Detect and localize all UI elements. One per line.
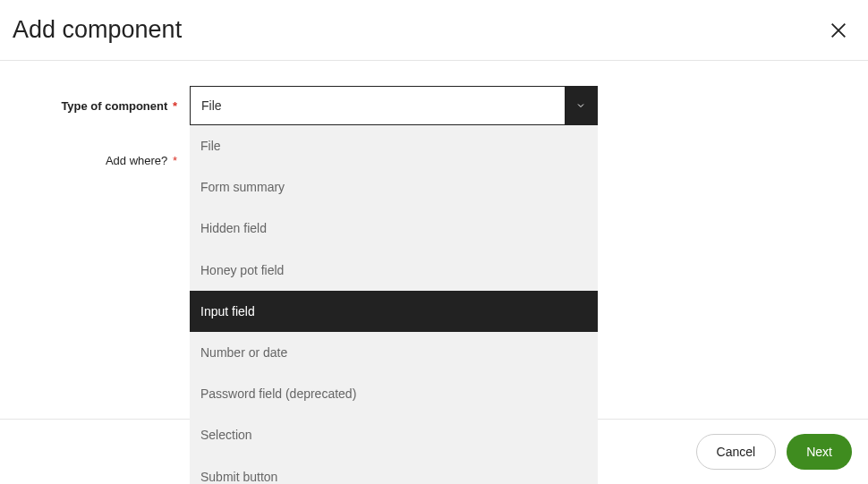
required-mark: *	[173, 154, 177, 167]
close-button[interactable]	[825, 17, 852, 44]
close-icon	[829, 21, 848, 40]
dropdown-item[interactable]: Honey pot field	[190, 250, 598, 291]
dropdown-item[interactable]: Submit button	[190, 456, 598, 485]
modal-title: Add component	[13, 16, 182, 44]
dropdown-item[interactable]: File	[190, 125, 598, 166]
cancel-button[interactable]: Cancel	[696, 434, 777, 470]
type-row: Type of component * File FileForm summar…	[18, 86, 850, 125]
dropdown-item[interactable]: Input field	[190, 291, 598, 332]
dropdown-item[interactable]: Selection	[190, 414, 598, 455]
next-button[interactable]: Next	[787, 434, 852, 470]
dropdown-item[interactable]: Hidden field	[190, 208, 598, 249]
type-dropdown: FileForm summaryHidden fieldHoney pot fi…	[190, 125, 598, 484]
type-select-value: File	[191, 87, 565, 124]
type-select-wrapper: File FileForm summaryHidden fieldHoney p…	[190, 86, 598, 125]
type-label: Type of component *	[18, 99, 190, 113]
where-label: Add where? *	[18, 154, 190, 167]
dropdown-item[interactable]: Password field (deprecated)	[190, 373, 598, 414]
type-select[interactable]: File	[190, 86, 598, 125]
dropdown-item[interactable]: Number or date	[190, 332, 598, 373]
type-select-toggle[interactable]	[565, 87, 597, 124]
dropdown-item[interactable]: Form summary	[190, 166, 598, 208]
where-label-text: Add where?	[106, 154, 167, 167]
modal-body: Type of component * File FileForm summar…	[0, 61, 868, 167]
required-mark: *	[173, 99, 177, 113]
modal-header: Add component	[0, 0, 868, 61]
type-label-text: Type of component	[61, 99, 167, 113]
chevron-down-icon	[575, 100, 586, 111]
